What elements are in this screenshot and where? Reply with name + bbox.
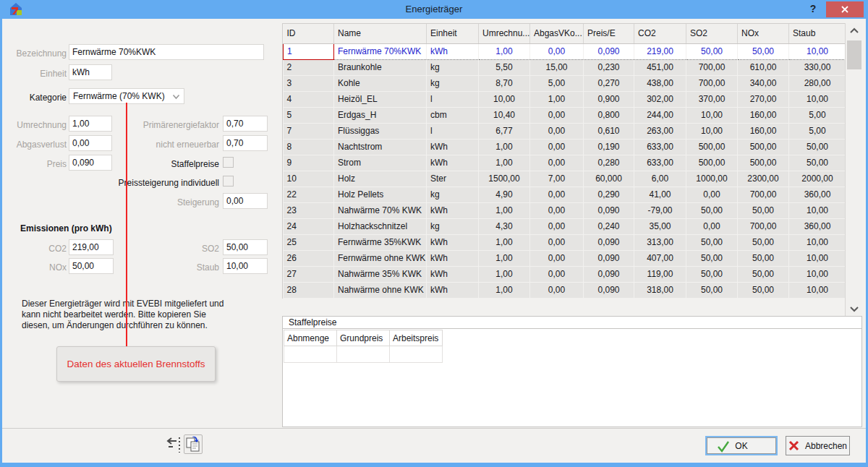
table-cell[interactable]: 5,00 (789, 123, 846, 139)
table-cell[interactable]: kg (427, 187, 479, 202)
table-row[interactable]: 5Erdgas_Hcbm10,400,000,800244,0010,00160… (284, 107, 846, 123)
table-cell[interactable]: 4,90 (479, 187, 530, 202)
table-cell[interactable]: 1,00 (530, 91, 584, 107)
table-cell[interactable]: 50,00 (738, 234, 789, 250)
table-row[interactable]: 24Holzhackschnitzelkg4,300,000,24035,000… (284, 218, 846, 234)
scrollbar-thumb[interactable] (847, 40, 861, 69)
table-cell[interactable]: 160,00 (738, 107, 789, 123)
staffel-column-header[interactable]: Grundpreis (337, 330, 390, 346)
table-cell[interactable]: Ster (427, 171, 479, 187)
table-cell[interactable]: 50,00 (738, 282, 789, 298)
einheit-input[interactable] (69, 64, 112, 80)
table-cell[interactable]: Nahwärme ohne KWK (334, 282, 427, 298)
table-cell[interactable]: 0,090 (584, 43, 634, 59)
table-cell[interactable]: 10,40 (479, 107, 530, 123)
table-cell[interactable]: 0,900 (584, 91, 634, 107)
table-cell[interactable]: 9 (284, 155, 334, 171)
table-cell[interactable]: 50,00 (738, 202, 789, 218)
table-cell[interactable]: kWh (427, 155, 479, 171)
table-cell[interactable]: Fernwärme 35%KWK (334, 234, 427, 250)
table-cell[interactable]: 370,00 (686, 91, 738, 107)
table-cell[interactable]: 0,090 (584, 266, 634, 282)
table-cell[interactable]: 0,00 (530, 123, 584, 139)
table-cell[interactable]: 10,00 (789, 266, 846, 282)
table-cell[interactable]: 500,00 (686, 155, 738, 171)
table-row[interactable]: 27Nahwärme 35% KWKkWh1,000,000,090119,00… (284, 266, 846, 282)
staffelpreise-checkbox[interactable] (223, 157, 234, 168)
table-cell[interactable]: kWh (427, 139, 479, 155)
table-cell[interactable]: 500,00 (738, 139, 789, 155)
table-cell[interactable]: 10,00 (686, 123, 738, 139)
table-cell[interactable]: 0,090 (584, 250, 634, 266)
table-cell[interactable]: 2300,00 (738, 171, 789, 187)
table-cell[interactable]: 0,00 (530, 139, 584, 155)
table-cell[interactable]: 1,00 (479, 282, 530, 298)
table-cell[interactable]: Braunkohle (334, 59, 427, 75)
arrow-left-dashed-button[interactable] (165, 434, 183, 454)
table-row[interactable]: 3Kohlekg8,705,000,270438,00700,00340,002… (284, 75, 846, 91)
table-cell[interactable]: Erdgas_H (334, 107, 427, 123)
nicht-erneuerbar-input[interactable] (223, 135, 268, 151)
table-cell[interactable]: 313,00 (634, 234, 686, 250)
table-cell[interactable]: 318,00 (634, 282, 686, 298)
table-cell[interactable]: 0,800 (584, 107, 634, 123)
staffel-column-header[interactable]: Arbeitspreis (390, 330, 443, 346)
table-cell[interactable]: 41,00 (634, 187, 686, 202)
ok-button[interactable]: OK (705, 436, 778, 455)
table-cell[interactable]: kWh (427, 266, 479, 282)
table-cell[interactable]: Heizöl_EL (334, 91, 427, 107)
table-cell[interactable]: 500,00 (686, 139, 738, 155)
table-cell[interactable]: 633,00 (634, 155, 686, 171)
table-cell[interactable]: 438,00 (634, 75, 686, 91)
title-bar[interactable]: Energieträger ? (0, 0, 868, 19)
column-header[interactable]: NOx (738, 24, 789, 43)
table-cell[interactable]: 35,00 (634, 218, 686, 234)
table-cell[interactable]: 1,00 (479, 155, 530, 171)
column-header[interactable]: CO2 (634, 24, 686, 43)
table-cell[interactable]: 0,00 (530, 218, 584, 234)
scroll-down-button[interactable] (846, 301, 863, 316)
table-cell[interactable]: Strom (334, 155, 427, 171)
table-cell[interactable]: 1,00 (479, 43, 530, 59)
steigerung-input[interactable] (223, 193, 268, 209)
table-cell[interactable]: kWh (427, 43, 479, 59)
table-cell[interactable]: 0,280 (584, 155, 634, 171)
table-cell[interactable]: 700,00 (686, 75, 738, 91)
table-cell[interactable]: 0,00 (686, 187, 738, 202)
table-cell[interactable]: 10,00 (789, 91, 846, 107)
table-cell[interactable]: 0,00 (686, 218, 738, 234)
column-header[interactable]: ID (284, 24, 334, 43)
staffel-table-cell[interactable] (284, 346, 337, 363)
table-cell[interactable]: 330,00 (789, 59, 846, 75)
table-cell[interactable]: Fernwärme 70%KWK (334, 43, 427, 59)
table-row[interactable]: 26Fernwärme ohne KWKkWh1,000,000,090407,… (284, 250, 846, 266)
column-header[interactable]: Staub (789, 24, 846, 43)
table-cell[interactable]: 0,00 (530, 234, 584, 250)
table-cell[interactable]: 244,00 (634, 107, 686, 123)
table-cell[interactable]: 0,090 (584, 282, 634, 298)
preis-input[interactable] (69, 155, 112, 171)
table-cell[interactable]: 0,190 (584, 139, 634, 155)
table-cell[interactable]: Holz (334, 171, 427, 187)
table-row[interactable]: 1Fernwärme 70%KWKkWh1,000,000,090219,005… (284, 43, 846, 59)
table-cell[interactable]: 27 (284, 266, 334, 282)
table-cell[interactable]: 8 (284, 139, 334, 155)
table-cell[interactable]: 263,00 (634, 123, 686, 139)
nox-input[interactable] (69, 258, 114, 274)
table-cell[interactable]: Flüssiggas (334, 123, 427, 139)
table-cell[interactable]: 0,00 (530, 266, 584, 282)
table-cell[interactable]: 0,090 (584, 202, 634, 218)
table-cell[interactable]: 700,00 (738, 218, 789, 234)
table-cell[interactable]: 50,00 (789, 139, 846, 155)
table-cell[interactable]: 15,00 (530, 59, 584, 75)
table-cell[interactable]: 700,00 (738, 187, 789, 202)
table-cell[interactable]: 5,00 (530, 75, 584, 91)
table-cell[interactable]: 50,00 (789, 155, 846, 171)
table-row[interactable]: 9StromkWh1,000,000,280633,00500,00500,00… (284, 155, 846, 171)
column-header[interactable]: AbgasVKo... (530, 24, 584, 43)
staffel-table-cell[interactable] (390, 346, 443, 363)
table-cell[interactable]: 50,00 (686, 266, 738, 282)
table-cell[interactable]: 50,00 (686, 202, 738, 218)
table-cell[interactable]: 10,00 (479, 91, 530, 107)
table-cell[interactable]: 0,230 (584, 59, 634, 75)
